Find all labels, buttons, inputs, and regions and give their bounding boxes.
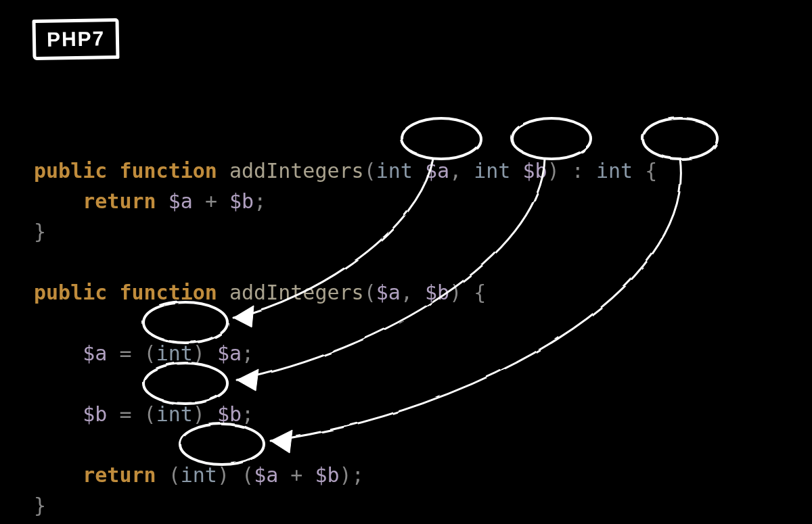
op-eq-a: =	[119, 341, 131, 365]
type-int-b: int	[474, 159, 510, 183]
line-9: $b = (int) $b;	[34, 402, 254, 426]
paren-close: )	[547, 159, 560, 183]
cast-open-r: (	[168, 463, 181, 487]
line-2: return $a + $b;	[34, 189, 266, 213]
var-a-ret: $a	[168, 189, 193, 213]
code-block: public function addIntegers(int $a, int …	[34, 125, 657, 521]
paren-sum-open: (	[242, 463, 254, 487]
line-1: public function addIntegers(int $a, int …	[34, 159, 657, 183]
return-type-int: int	[596, 159, 633, 183]
semi-b: ;	[242, 402, 254, 426]
paren-open: (	[364, 159, 376, 183]
op-eq-b: =	[119, 402, 131, 426]
cast-open-a: (	[144, 341, 156, 365]
var-a-2: $a	[376, 281, 401, 304]
brace-open-2: {	[474, 281, 486, 304]
cast-open-b: (	[144, 402, 156, 426]
var-a-assign: $a	[83, 341, 107, 365]
brace-open: {	[645, 159, 657, 183]
cast-close-a: )	[193, 341, 205, 365]
cast-int-a: int	[156, 341, 193, 365]
op-plus-2: +	[290, 463, 302, 487]
var-b-ret: $b	[229, 189, 254, 213]
var-a: $a	[425, 159, 449, 183]
kw-function-2: function	[119, 281, 217, 304]
semi-a: ;	[242, 341, 254, 365]
type-int-a: int	[376, 159, 413, 183]
kw-return-2: return	[83, 463, 156, 487]
paren-close-2: )	[449, 281, 461, 304]
var-b-assign: $b	[83, 402, 107, 426]
comma-2: ,	[401, 281, 413, 304]
paren-sum-close: )	[340, 463, 352, 487]
fn-name-2: addIntegers	[229, 281, 364, 304]
cast-close-r: )	[217, 463, 229, 487]
comma: ,	[449, 159, 461, 183]
semicolon: ;	[254, 189, 266, 213]
cast-close-b: )	[193, 402, 205, 426]
var-a-sum: $a	[254, 463, 278, 487]
kw-public: public	[34, 159, 107, 183]
kw-return: return	[83, 189, 156, 213]
op-plus: +	[205, 189, 217, 213]
brace-close-2: }	[34, 494, 46, 517]
line-11: return (int) ($a + $b);	[34, 463, 364, 487]
line-7: $a = (int) $a;	[34, 341, 254, 365]
var-a-rhs: $a	[217, 341, 242, 365]
brace-close-1: }	[34, 220, 46, 243]
fn-name: addIntegers	[229, 159, 364, 183]
var-b-2: $b	[425, 281, 449, 304]
var-b-rhs: $b	[217, 402, 242, 426]
colon: :	[572, 159, 584, 183]
cast-int-r: int	[181, 463, 217, 487]
kw-function: function	[119, 159, 217, 183]
php7-badge: PHP7	[32, 18, 119, 60]
slide: PHP7 public function addIntegers(int $a,…	[0, 0, 812, 524]
kw-public-2: public	[34, 281, 107, 304]
semi-r: ;	[352, 463, 364, 487]
var-b-sum: $b	[315, 463, 339, 487]
line-5: public function addIntegers($a, $b) {	[34, 281, 486, 304]
var-b: $b	[523, 159, 547, 183]
cast-int-b: int	[156, 402, 193, 426]
paren-open-2: (	[364, 281, 376, 304]
